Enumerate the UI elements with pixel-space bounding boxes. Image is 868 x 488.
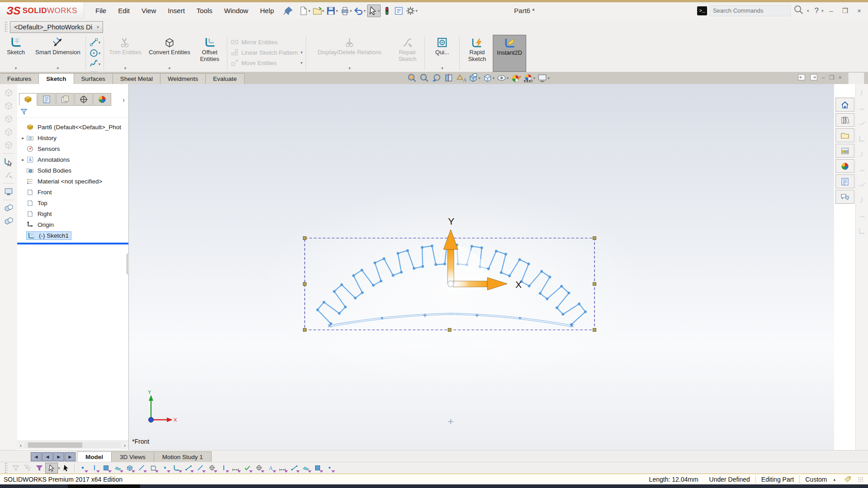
resource-monitor-icon[interactable]: >_	[697, 6, 707, 15]
sketch-vertex-point[interactable]	[323, 301, 326, 304]
sketch-vertex-point[interactable]	[481, 246, 483, 249]
selection-filter-button[interactable]	[206, 463, 218, 473]
rollback-bar[interactable]	[17, 243, 128, 244]
display-delete-relations-button[interactable]: Display/Delete Relations ▾	[307, 35, 392, 72]
sketch-geometry-bottom-arc[interactable]	[329, 313, 572, 327]
sketch-vertex-point[interactable]	[406, 249, 409, 252]
tab-property-manager[interactable]	[38, 93, 56, 106]
selection-filter-button[interactable]	[77, 463, 89, 473]
tab-dimxpert-manager[interactable]	[75, 93, 93, 106]
selection-filter-button[interactable]	[194, 463, 206, 473]
selection-handle[interactable]	[303, 237, 307, 240]
quickbar-button[interactable]: ▾	[405, 5, 418, 17]
sketch-vertex-point[interactable]	[421, 265, 424, 268]
menu-item[interactable]: File	[90, 5, 111, 16]
selection-filter-button[interactable]	[300, 463, 312, 473]
sketch-vertex-point[interactable]	[518, 258, 521, 261]
headsup-button[interactable]: ▾	[468, 73, 481, 83]
view-tab[interactable]: 3D Views	[111, 451, 154, 462]
sketch-vertex-point[interactable]	[400, 271, 403, 274]
sketch-vertex-point[interactable]	[333, 290, 335, 293]
sketch-vertex-point[interactable]	[508, 275, 511, 277]
tree-root-item[interactable]: Part6 (Default<<Default>_Phot	[17, 122, 128, 132]
selection-filter-button[interactable]	[124, 463, 136, 473]
units-caret-icon[interactable]: ▴	[833, 477, 835, 482]
search-commands-input[interactable]	[710, 5, 791, 16]
menu-item[interactable]: Tools	[192, 5, 217, 16]
smart-dimension-button[interactable]: Smart Dimension ▾	[32, 35, 84, 72]
disabled-view-tool-icon[interactable]	[4, 140, 14, 150]
sketch-vertex-point[interactable]	[392, 274, 394, 277]
selection-filter-button[interactable]	[147, 463, 159, 473]
minimize-button[interactable]: –	[826, 7, 836, 14]
tab-display-manager[interactable]	[93, 93, 111, 106]
selection-filter-button[interactable]	[136, 463, 147, 473]
tree-item[interactable]: Top	[17, 197, 128, 208]
headsup-button[interactable]: ▾	[496, 73, 509, 83]
first-tab-button[interactable]: ◀	[31, 452, 42, 461]
tree-item[interactable]: Right	[17, 208, 128, 219]
show-left-pane-icon[interactable]	[797, 73, 806, 81]
sketch-vertex-point[interactable]	[561, 313, 564, 316]
tree-horizontal-scrollbar[interactable]: ‹ ›	[17, 441, 128, 449]
selection-filter-button[interactable]	[241, 463, 253, 473]
selection-filter-button[interactable]	[159, 463, 171, 473]
headsup-button[interactable]: ▾	[407, 73, 417, 83]
tree-item[interactable]: Origin	[17, 219, 128, 230]
quickbar-button[interactable]: ▾	[326, 5, 339, 17]
sketch-vertex-point[interactable]	[505, 253, 507, 255]
sketch-vertex-point[interactable]	[560, 285, 563, 288]
headsup-button[interactable]: ▾	[537, 73, 550, 83]
expand-pane-arrow[interactable]: ›	[123, 96, 127, 103]
pin-menubar-icon[interactable]	[283, 6, 293, 16]
sketch-vertex-point[interactable]	[396, 252, 399, 255]
headsup-button[interactable]: ▾	[419, 73, 429, 83]
sketch-vertex-point[interactable]	[527, 263, 530, 265]
task-pane-button[interactable]	[835, 174, 854, 188]
sketch-vertex-point[interactable]	[548, 276, 551, 278]
select-tool-button[interactable]	[45, 463, 58, 474]
clear-all-filters-button[interactable]	[22, 463, 33, 473]
headsup-button[interactable]: ▾	[482, 73, 495, 83]
sketch-vertex-point[interactable]	[540, 270, 543, 273]
selection-filter-button[interactable]	[218, 463, 230, 473]
menu-item[interactable]: Help	[255, 5, 279, 16]
sketch-vertex-point[interactable]	[578, 303, 580, 305]
doc-restore-button[interactable]: ❒	[829, 74, 835, 81]
headsup-button[interactable]: ▾	[523, 73, 536, 83]
command-tab[interactable]: Sketch	[38, 73, 74, 84]
doc-minimize-button[interactable]: –	[822, 74, 825, 81]
sketch-vertex-point[interactable]	[443, 263, 446, 265]
task-pane-grip[interactable]	[848, 72, 864, 84]
sketch-vertex-point[interactable]	[539, 292, 542, 295]
task-pane-button[interactable]	[835, 159, 854, 173]
selection-filter-button[interactable]: A	[265, 463, 277, 473]
disabled-view-tool-icon[interactable]	[4, 101, 14, 111]
sketch-vertex-point[interactable]	[373, 262, 376, 264]
sketch-vertex-point[interactable]	[338, 312, 341, 315]
sketch-vertex-point[interactable]	[340, 283, 343, 286]
copy-cubes-icon[interactable]	[4, 216, 14, 226]
quickbar-button[interactable]: ▾	[340, 5, 353, 17]
show-right-pane-icon[interactable]	[810, 73, 818, 81]
sketch-origin-point[interactable]	[448, 281, 454, 287]
disabled-view-tool-icon[interactable]	[4, 88, 14, 98]
task-pane-button[interactable]	[835, 128, 854, 142]
view-tab[interactable]: Motion Study 1	[154, 451, 212, 462]
select-other-button[interactable]	[60, 463, 72, 473]
sketch-vertex-point[interactable]	[471, 245, 473, 248]
command-tab[interactable]: Surfaces	[74, 73, 113, 84]
tree-filter-row[interactable]	[17, 106, 128, 118]
sketch-vertex-point[interactable]	[372, 284, 375, 287]
scroll-right-arrow-icon[interactable]: ›	[121, 442, 128, 449]
sketch-tool-button[interactable]: ▾	[89, 59, 101, 69]
sketch-vertex-point[interactable]	[434, 263, 437, 266]
quick-snaps-button[interactable]: Qui... ▾	[426, 35, 458, 72]
selection-handle[interactable]	[448, 328, 451, 332]
sketch-vertex-point[interactable]	[352, 274, 355, 277]
rapid-sketch-button[interactable]: Rapid Sketch	[461, 35, 493, 72]
repair-sketch-button[interactable]: Repair Sketch	[392, 35, 423, 72]
task-pane-button[interactable]	[835, 144, 854, 158]
doc-close-button[interactable]: ×	[838, 74, 842, 81]
sketch-vertex-point[interactable]	[431, 244, 434, 247]
